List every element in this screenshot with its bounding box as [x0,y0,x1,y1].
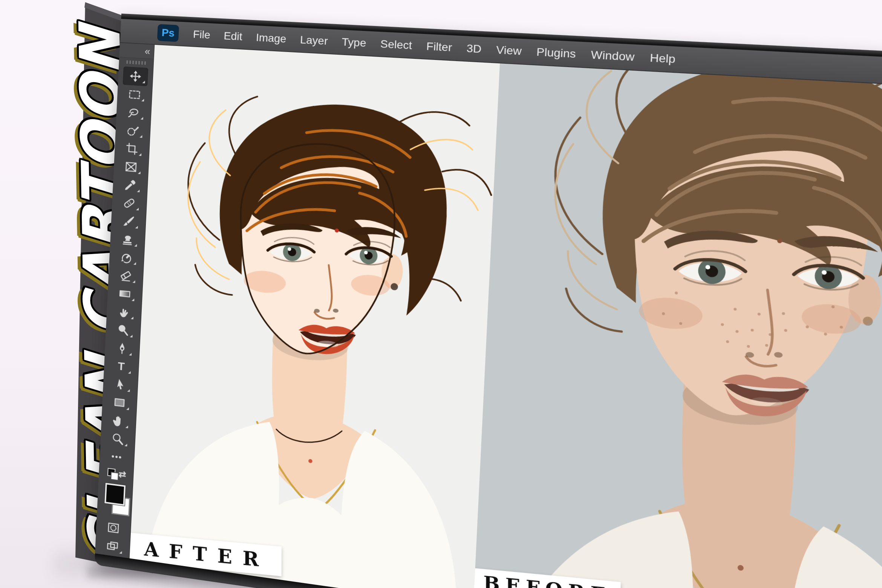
history-brush-tool-button[interactable] [114,247,139,268]
eraser-icon [119,269,132,283]
gradient-icon [118,287,132,301]
dodge-icon [116,323,130,337]
crop-icon [125,142,138,156]
zoom-tool-button[interactable] [105,428,131,449]
frame-tool-button[interactable] [118,157,144,177]
cartoon-portrait [130,45,500,588]
path-selection-tool-button[interactable] [108,374,133,395]
menu-layer[interactable]: Layer [300,34,328,47]
menu-file[interactable]: File [193,28,210,41]
marquee-tool-button[interactable] [122,85,147,104]
before-image: BEFORE [473,63,882,588]
eyedropper-icon [124,178,137,192]
shape-tool-button[interactable] [107,392,132,413]
menu-plugins[interactable]: Plugins [536,46,576,61]
collapse-icon: « [144,46,150,58]
swap-colors-icon: ⇄ [118,469,126,480]
document-canvas: AFTER [130,45,882,588]
menu-3d[interactable]: 3D [466,42,482,56]
rectangle-shape-icon [113,395,126,410]
type-icon: T [118,360,125,372]
hand-icon [112,413,125,428]
menu-view[interactable]: View [496,44,522,58]
object-selection-icon [126,124,139,138]
crop-tool-button[interactable] [119,139,145,159]
panel-grip[interactable] [126,60,146,65]
menu-select[interactable]: Select [380,38,412,52]
hand-tool-button[interactable] [106,410,132,431]
selection-arrow-icon [114,377,127,392]
history-brush-icon [120,251,133,265]
eyedropper-tool-button[interactable] [118,175,143,195]
object-selection-tool-button[interactable] [120,121,146,141]
move-icon [129,69,142,83]
gradient-tool-button[interactable] [112,283,138,304]
smudge-tool-button[interactable] [111,302,137,322]
more-options-button[interactable]: ••• [104,446,130,467]
band-aid-icon [122,196,136,210]
quick-mask-icon [107,521,120,535]
smudge-finger-icon [117,305,130,319]
product-box-mockup: CLEAN CARTOON RETOUCH - JUST ONE CLICK P… [0,0,882,588]
magnifier-icon [111,432,124,446]
dodge-tool-button[interactable] [110,320,136,340]
menu-window[interactable]: Window [591,48,635,64]
pen-nib-icon [116,341,129,355]
spot-healing-tool-button[interactable] [116,193,142,213]
brush-tool-button[interactable] [116,211,141,231]
ellipsis-icon: ••• [111,452,122,462]
after-image: AFTER [130,45,500,588]
workspace: « [95,43,882,588]
type-tool-button[interactable]: T [109,356,134,377]
frame-icon [124,160,138,174]
lasso-icon [127,106,140,119]
menu-type[interactable]: Type [341,36,366,50]
move-tool-button[interactable] [123,67,149,86]
lasso-tool-button[interactable] [121,103,147,122]
collapse-panel-button[interactable]: « [119,43,154,59]
foreground-color-swatch[interactable] [104,483,126,506]
menu-edit[interactable]: Edit [224,30,243,43]
screen-mode-icon [106,539,119,553]
photoshop-logo[interactable]: Ps [158,24,179,41]
photo-portrait [473,63,882,588]
eraser-tool-button[interactable] [113,265,139,286]
rectangular-marquee-icon [128,88,141,101]
menu-filter[interactable]: Filter [426,40,452,54]
menu-help[interactable]: Help [649,51,675,66]
stamp-icon [121,233,134,247]
foreground-background-colors[interactable] [101,481,128,521]
pen-tool-button[interactable] [109,338,135,358]
menu-image[interactable]: Image [256,31,286,45]
clone-stamp-tool-button[interactable] [115,229,141,250]
screen-mode-button[interactable] [100,535,125,557]
brush-icon [122,214,135,228]
photoshop-window: Ps File Edit Image Layer Type Select Fil… [94,14,882,588]
mini-background-swatch [110,472,119,481]
